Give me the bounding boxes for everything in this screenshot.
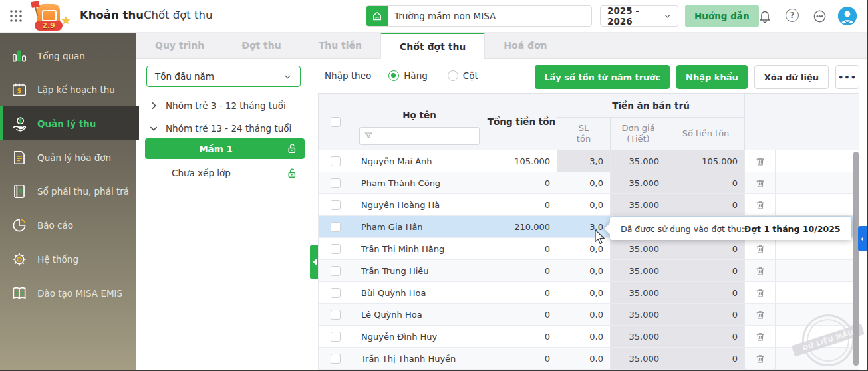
- filter-icon: [364, 131, 373, 140]
- vertical-scrollbar[interactable]: [853, 152, 859, 366]
- name-filter-input[interactable]: [359, 127, 480, 145]
- sl-ton-cell[interactable]: 3,0: [557, 150, 611, 172]
- sidebar-item-so-phai-thu-phai-tra[interactable]: $ Sổ phải thu, phải trả: [0, 174, 136, 208]
- row-checkbox[interactable]: [331, 310, 341, 320]
- sidebar-item-he-thong[interactable]: Hệ thống: [0, 242, 136, 276]
- tree-group-13-24-thang[interactable]: Nhóm trẻ 13 - 24 tháng tuổi: [143, 118, 291, 138]
- total-balance-cell[interactable]: 0: [486, 326, 557, 347]
- delete-row-button[interactable]: [745, 238, 776, 259]
- select-all-checkbox[interactable]: [331, 117, 341, 127]
- delete-row-button[interactable]: [745, 282, 776, 303]
- amount-cell: 0: [666, 282, 745, 303]
- total-balance-cell[interactable]: 210.000: [486, 216, 557, 237]
- sl-ton-cell[interactable]: 0,0: [557, 348, 611, 369]
- more-options-icon[interactable]: [813, 9, 827, 23]
- sl-ton-cell[interactable]: 0,0: [557, 304, 611, 325]
- sidebar-item-lap-ke-hoach-thu[interactable]: $ Lập kế hoạch thu: [0, 72, 136, 106]
- invoice-icon: [11, 149, 28, 166]
- total-balance-cell[interactable]: 0: [486, 348, 557, 369]
- school-year-select[interactable]: 2025 - 2026: [600, 5, 678, 27]
- total-balance-cell[interactable]: 0: [486, 304, 557, 325]
- home-icon: [366, 6, 388, 26]
- sidebar-item-tong-quan[interactable]: Tổng quan: [0, 39, 136, 72]
- help-icon[interactable]: ?: [786, 9, 799, 22]
- sl-ton-cell[interactable]: 0,0: [557, 260, 611, 281]
- delete-row-button[interactable]: [745, 172, 776, 193]
- total-balance-cell[interactable]: 0: [486, 172, 557, 193]
- sl-ton-cell[interactable]: 3,0: [557, 216, 611, 237]
- sl-ton-cell[interactable]: 0,0: [557, 172, 611, 193]
- chevron-right-icon[interactable]: [148, 100, 159, 111]
- tab[interactable]: Thu tiền: [300, 32, 380, 59]
- radio-hang[interactable]: Hàng: [388, 70, 428, 81]
- import-button[interactable]: Nhập khẩu: [676, 65, 748, 89]
- delete-row-button[interactable]: [745, 150, 776, 172]
- chevron-down-icon: [664, 12, 671, 20]
- delete-row-button[interactable]: [745, 348, 776, 369]
- delete-row-button[interactable]: [745, 304, 776, 325]
- school-selector[interactable]: Trường mầm non MISA: [366, 5, 592, 27]
- unit-price-cell: 35.000: [611, 172, 666, 193]
- expand-panel-handle[interactable]: [858, 226, 867, 251]
- tab[interactable]: Chốt đợt thu: [380, 32, 485, 59]
- total-balance-cell[interactable]: 0: [486, 282, 557, 303]
- amount-cell: 105.000: [666, 150, 745, 172]
- delete-row-button[interactable]: [745, 326, 776, 347]
- delete-data-button[interactable]: Xóa dữ liệu: [754, 65, 829, 89]
- tab[interactable]: Hoá đơn: [485, 32, 565, 59]
- total-balance-cell[interactable]: 0: [486, 238, 557, 259]
- sidebar-item-quan-ly-hoa-don[interactable]: Quản lý hóa đơn: [0, 140, 136, 174]
- bar-chart-icon: [11, 47, 28, 64]
- table-header: Họ tên Tổng tiền tồn Tiền ăn bán trú SL …: [318, 93, 859, 150]
- tooltip: Đã được sử dụng vào đợt thu: Đợt 1 tháng…: [610, 217, 851, 240]
- tree-class-chua-xep-lop[interactable]: Chưa xếp lớp: [145, 164, 305, 182]
- tab[interactable]: Quy trình: [136, 32, 223, 59]
- row-checkbox[interactable]: [331, 354, 341, 364]
- sidebar-item-quan-ly-thu[interactable]: $ Quản lý thu: [0, 106, 139, 140]
- unlock-icon[interactable]: [287, 143, 298, 154]
- row-checkbox[interactable]: [331, 288, 341, 298]
- chevron-down-icon: [283, 72, 292, 81]
- amount-cell: 0: [666, 260, 745, 281]
- student-name-cell: Nguyễn Hoàng Hà: [353, 194, 486, 215]
- user-avatar[interactable]: [838, 7, 857, 25]
- row-checkbox[interactable]: [331, 244, 341, 254]
- chevron-down-icon[interactable]: [148, 123, 159, 134]
- total-balance-cell[interactable]: 0: [486, 194, 557, 215]
- trash-icon: [755, 199, 766, 211]
- sidebar-item-bao-cao[interactable]: Báo cáo: [0, 208, 136, 242]
- student-name-cell: Phạm Thành Công: [353, 172, 486, 193]
- row-checkbox[interactable]: [331, 178, 341, 188]
- tab[interactable]: Đợt thu: [223, 32, 300, 59]
- row-checkbox[interactable]: [331, 200, 341, 210]
- radio-cot[interactable]: Cột: [448, 70, 478, 81]
- delete-row-button[interactable]: [745, 194, 776, 215]
- tree-class-mam-1[interactable]: Mầm 1: [145, 138, 305, 159]
- table-row: Nguyễn Mai Anh 105.000 3,0 35.000 105.00…: [319, 150, 859, 172]
- sl-ton-cell[interactable]: 0,0: [557, 194, 611, 215]
- row-checkbox[interactable]: [331, 156, 341, 166]
- get-previous-year-button[interactable]: Lấy số tồn từ năm trước: [535, 65, 670, 89]
- sl-ton-cell[interactable]: 0,0: [557, 282, 611, 303]
- trash-icon: [755, 178, 766, 189]
- trash-icon: [755, 309, 766, 320]
- tree-group-3-12-thang[interactable]: Nhóm trẻ 3 - 12 tháng tuổi: [143, 96, 286, 116]
- sl-ton-cell[interactable]: 0,0: [557, 238, 611, 259]
- sl-ton-cell[interactable]: 0,0: [557, 326, 611, 347]
- total-balance-cell[interactable]: 105.000: [486, 150, 557, 172]
- notification-bell-icon[interactable]: [758, 9, 772, 23]
- svg-text:$: $: [17, 87, 22, 94]
- period-dropdown[interactable]: Tồn đầu năm: [146, 66, 301, 87]
- app-launcher-icon[interactable]: [9, 9, 23, 23]
- row-checkbox[interactable]: [331, 332, 341, 342]
- guide-button[interactable]: Hướng dẫn: [685, 5, 759, 27]
- delete-row-button[interactable]: [745, 260, 776, 281]
- amount-cell: 0: [666, 348, 745, 369]
- row-checkbox[interactable]: [331, 222, 341, 232]
- total-balance-cell[interactable]: 0: [486, 260, 557, 281]
- more-actions-button[interactable]: •••: [835, 65, 859, 89]
- row-checkbox[interactable]: [331, 266, 341, 276]
- unlock-icon[interactable]: [287, 168, 298, 179]
- sidebar-item-dao-tao-misa-emis[interactable]: Đào tạo MISA EMIS: [0, 276, 136, 310]
- unit-price-cell: 35.000: [611, 348, 666, 369]
